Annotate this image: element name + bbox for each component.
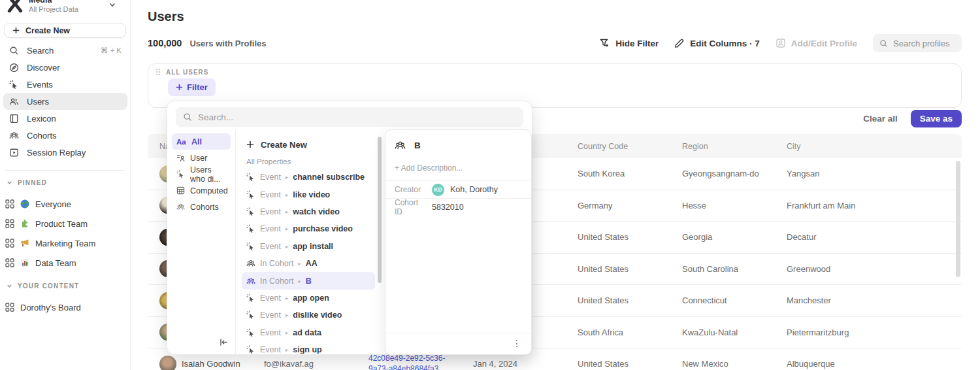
menu-item-channel-subscribe[interactable]: Event▸channel subscribe — [242, 169, 375, 186]
cohort-id-row: Cohort ID 5832010 — [385, 198, 531, 216]
cohort-card-footer: ⋮ — [385, 333, 531, 354]
pinned-board-everyone[interactable]: Everyone — [5, 196, 71, 212]
board-icon — [5, 258, 14, 267]
search-profiles-box[interactable] — [873, 34, 962, 52]
pinned-board-label: Marketing Team — [35, 239, 95, 248]
cell-region: South Carolina — [682, 264, 787, 274]
filter-funnel-icon — [600, 38, 610, 48]
search-profiles-input[interactable] — [893, 39, 955, 48]
event-spark-icon — [246, 294, 255, 303]
menu-tab-label: User — [190, 154, 207, 163]
caret-right-icon: ▸ — [286, 346, 288, 353]
menu-item-dislike-video[interactable]: Event▸dislike video — [242, 307, 375, 324]
menu-item-app-open[interactable]: Event▸app open — [242, 290, 375, 307]
sidebar-item-search[interactable]: Search ⌘ + K — [3, 42, 127, 59]
menu-tab-all[interactable]: Aa All — [172, 133, 231, 150]
cohort-icon — [395, 140, 406, 151]
menu-search-input[interactable] — [198, 112, 516, 122]
menu-item-ad-data[interactable]: Event▸ad data — [242, 324, 375, 341]
add-filter-button[interactable]: Filter — [168, 78, 216, 96]
collapse-panel-icon[interactable] — [219, 337, 229, 347]
pinned-board-label: Data Team — [35, 258, 76, 268]
your-content-section-header[interactable]: YOUR CONTENT — [7, 282, 79, 290]
toolbar: Hide Filter Edit Columns · 7 Add/Edit Pr… — [600, 34, 962, 52]
sidebar-item-label: Events — [27, 80, 53, 90]
sidebar: Media All Project Data Create New Search… — [0, 0, 131, 370]
caret-right-icon: ▸ — [298, 278, 301, 284]
sidebar-item-session-replay[interactable]: Session Replay — [3, 144, 127, 161]
profile-count: 100,000 — [148, 38, 182, 48]
cell-city: Decatur — [787, 232, 962, 242]
project-switcher[interactable]: Media All Project Data — [5, 0, 125, 18]
cell-name: Isaiah Goodwin — [182, 359, 240, 369]
menu-tab-user[interactable]: User — [172, 150, 231, 166]
board-label: Dorothy's Board — [20, 303, 81, 312]
menu-tab-cohorts[interactable]: Cohorts — [172, 199, 231, 215]
app-logo-icon — [7, 0, 24, 15]
event-spark-icon — [246, 207, 255, 216]
add-filter-label: Filter — [187, 82, 208, 92]
menu-item-app-install[interactable]: Event▸app install — [242, 238, 375, 255]
menu-item-in-cohort-b[interactable]: In Cohort▸B — [242, 272, 375, 289]
menu-item-like-video[interactable]: Event▸like video — [242, 186, 375, 203]
sidebar-item-lexicon[interactable]: Lexicon — [3, 110, 127, 127]
sidebar-item-cohorts[interactable]: Cohorts — [3, 127, 127, 144]
sidebar-item-label: Lexicon — [27, 114, 56, 124]
chevron-down-icon — [7, 283, 12, 289]
filter-actions: Clear all Save as — [863, 110, 962, 127]
cell-country: South Korea — [578, 169, 682, 178]
menu-item-in-cohort-aa[interactable]: In Cohort▸AA — [242, 255, 375, 272]
creator-name: Koh, Dorothy — [450, 185, 498, 194]
menu-tab-computed[interactable]: Computed — [172, 182, 231, 199]
sidebar-item-label: Cohorts — [27, 131, 57, 141]
add-description-button[interactable]: + Add Description... — [385, 158, 531, 180]
profile-count-row: 100,000 Users with Profiles — [148, 38, 266, 48]
menu-tab-users-who-did[interactable]: Users who di... — [172, 166, 231, 182]
plus-icon — [176, 84, 183, 91]
sidebar-item-discover[interactable]: Discover — [3, 59, 127, 76]
board-icon — [5, 199, 14, 209]
board-dorothys-board[interactable]: Dorothy's Board — [5, 299, 81, 315]
sidebar-item-users[interactable]: Users — [3, 93, 127, 110]
drag-handle-icon[interactable] — [155, 68, 161, 76]
user-properties-icon — [176, 154, 185, 162]
hide-filter-button[interactable]: Hide Filter — [600, 38, 659, 48]
column-header-region[interactable]: Region — [682, 142, 787, 151]
column-header-country-code[interactable]: Country Code — [578, 142, 682, 151]
sidebar-item-events[interactable]: Events — [3, 76, 127, 93]
menu-item-purchase-video[interactable]: Event▸purchase video — [242, 220, 375, 237]
cohort-icon — [246, 277, 255, 286]
event-spark-icon — [246, 224, 255, 233]
book-icon — [9, 114, 19, 124]
pinned-board-marketing-team[interactable]: Marketing Team — [5, 235, 95, 251]
create-new-button[interactable]: Create New — [4, 23, 126, 38]
save-as-button[interactable]: Save as — [911, 110, 962, 127]
project-subtitle: All Project Data — [29, 5, 78, 13]
menu-item-watch-video[interactable]: Event▸watch video — [242, 203, 375, 220]
event-spark-icon — [176, 170, 185, 178]
menu-search-box[interactable] — [176, 107, 523, 127]
edit-columns-button[interactable]: Edit Columns · 7 — [674, 38, 760, 48]
globe-icon — [20, 199, 29, 209]
table-scrollbar[interactable] — [956, 161, 960, 277]
add-edit-profile-button[interactable]: Add/Edit Profile — [776, 38, 857, 48]
plus-icon — [12, 27, 20, 34]
cell-city: Pietermaritzburg — [787, 328, 962, 337]
creator-row: Creator KD Koh, Dorothy — [385, 180, 531, 198]
cell-city: Frankfurt am Main — [787, 201, 962, 210]
clear-all-button[interactable]: Clear all — [863, 114, 898, 124]
caret-right-icon: ▸ — [286, 295, 288, 301]
pinned-board-data-team[interactable]: Data Team — [5, 255, 76, 271]
search-icon — [183, 112, 192, 122]
menu-create-new-label: Create New — [261, 140, 307, 150]
cell-distinct-id[interactable]: 42c08e49-2e92-5c36- 9a73-a84eb8684fa3 — [368, 354, 473, 370]
cohort-icon — [9, 131, 19, 141]
menu-scrollbar[interactable] — [378, 137, 382, 283]
cell-country: United States — [578, 232, 682, 242]
pinned-board-label: Product Team — [35, 219, 88, 229]
pinned-board-product-team[interactable]: Product Team — [5, 216, 88, 231]
pinned-section-header[interactable]: PINNED — [7, 179, 47, 186]
menu-item-sign-up[interactable]: Event▸sign up — [242, 341, 375, 354]
column-header-city[interactable]: City — [787, 142, 962, 151]
kebab-menu-icon[interactable]: ⋮ — [512, 339, 521, 348]
